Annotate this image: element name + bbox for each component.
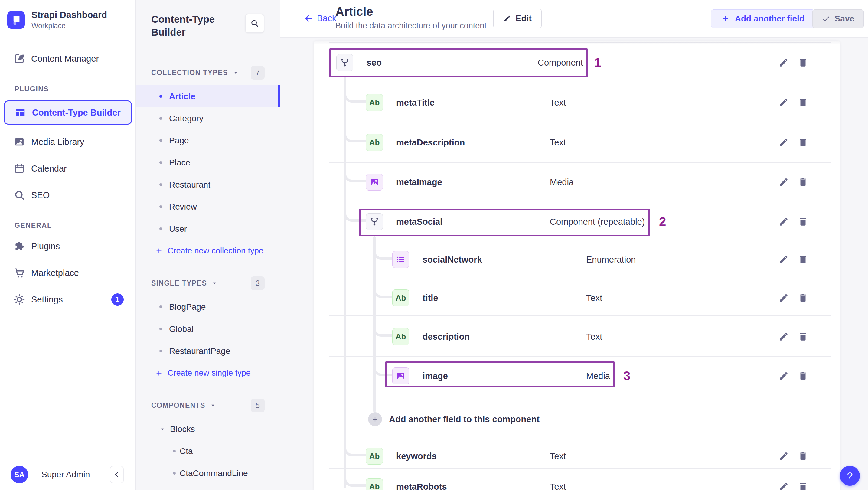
avatar[interactable]: SA: [10, 466, 28, 483]
list-header-collection-types[interactable]: COLLECTION TYPES7: [151, 65, 265, 81]
search-button[interactable]: [245, 14, 264, 33]
sidebar-item-global[interactable]: Global: [136, 318, 280, 340]
sidebar-item-content-manager[interactable]: Content Manager: [0, 49, 135, 68]
tree-curve-icon: [344, 444, 366, 456]
sidebar-item-content-type-builder[interactable]: Content-Type Builder: [4, 100, 132, 125]
list-item-label: Article: [169, 92, 195, 101]
back-link[interactable]: Back: [304, 13, 336, 23]
add-field-to-component-button[interactable]: Add another field to this component: [314, 400, 840, 439]
edit-field-button[interactable]: [778, 97, 789, 108]
bullet-icon: [159, 306, 162, 308]
bullet-icon: [173, 450, 176, 453]
sidebar-item-blogpage[interactable]: BlogPage: [136, 296, 280, 318]
create-link[interactable]: Create new single type: [136, 362, 280, 384]
field-name: description: [423, 332, 470, 342]
edit-field-button[interactable]: [778, 177, 789, 187]
edit-field-button[interactable]: [778, 332, 789, 342]
add-another-field-button[interactable]: Add another field: [711, 9, 814, 28]
nav-section-label: GENERAL: [0, 221, 135, 229]
list-item-label: Cta: [180, 447, 193, 456]
save-button[interactable]: Save: [812, 9, 864, 28]
list-header-label: COLLECTION TYPES: [151, 69, 228, 77]
edit-field-button[interactable]: [778, 137, 789, 148]
field-type: Enumeration: [586, 255, 636, 265]
delete-field-button[interactable]: [798, 97, 808, 108]
sidebar-item-review[interactable]: Review: [136, 196, 280, 218]
delete-field-button[interactable]: [798, 293, 808, 303]
notification-badge: 1: [111, 294, 124, 306]
sidebar-item-label: SEO: [31, 190, 50, 200]
sidebar-item-user[interactable]: User: [136, 218, 280, 240]
delete-field-button[interactable]: [798, 58, 808, 68]
edit-field-button[interactable]: [778, 254, 789, 265]
edit-field-button[interactable]: [778, 451, 789, 461]
list-item-label: User: [169, 224, 187, 234]
edit-field-button[interactable]: [778, 58, 789, 68]
delete-field-button[interactable]: [798, 254, 808, 265]
field-row-metaTitle: AbmetaTitleText: [314, 83, 840, 122]
delete-field-button[interactable]: [798, 451, 808, 461]
tree-curve-icon: [344, 170, 366, 182]
create-link[interactable]: Create new collection type: [136, 240, 280, 262]
edit-field-button[interactable]: [778, 217, 789, 227]
field-name: image: [423, 371, 448, 381]
sidebar-item-restaurant[interactable]: Restaurant: [136, 174, 280, 196]
delete-field-button[interactable]: [798, 332, 808, 342]
sidebar-item-faq[interactable]: Faq: [136, 484, 280, 490]
sidebar-item-cta[interactable]: Cta: [136, 440, 280, 462]
delete-field-button[interactable]: [798, 371, 808, 381]
list-item-label: Category: [169, 114, 204, 123]
type-lists: COLLECTION TYPES7ArticleCategoryPagePlac…: [136, 65, 280, 490]
collapse-sidebar-button[interactable]: [110, 466, 124, 483]
sidebar-item-page[interactable]: Page: [136, 129, 280, 152]
delete-field-button[interactable]: [798, 177, 808, 187]
field-type: Component: [538, 58, 583, 68]
field-name: socialNetwork: [423, 255, 482, 265]
delete-field-button[interactable]: [798, 482, 808, 490]
check-icon: [822, 14, 830, 23]
edit-field-button[interactable]: [778, 371, 789, 381]
list-item-label: RestaurantPage: [169, 346, 230, 356]
sidebar-item-article[interactable]: Article: [136, 85, 280, 108]
picture-icon: [13, 136, 25, 148]
delete-field-button[interactable]: [798, 137, 808, 148]
add-field-label: Add another field: [735, 14, 805, 24]
edit-field-button[interactable]: [778, 482, 789, 490]
count-badge: 5: [251, 399, 265, 412]
sidebar-item-restaurantpage[interactable]: RestaurantPage: [136, 340, 280, 362]
list-item-label: Review: [169, 202, 197, 212]
main-navigation: Content ManagerPLUGINSContent-Type Build…: [0, 40, 135, 309]
sidebar-item-marketplace[interactable]: Marketplace: [0, 264, 135, 282]
sidebar-item-ctacommandline[interactable]: CtaCommandLine: [136, 462, 280, 484]
arrow-left-icon: [304, 13, 313, 23]
field-name: metaSocial: [396, 217, 442, 227]
sidebar-item-plugins[interactable]: Plugins: [0, 237, 135, 255]
workspace-switcher[interactable]: Strapi Dashboard Workplace: [0, 0, 135, 40]
sidebar-item-category[interactable]: Category: [136, 108, 280, 129]
field-type: Text: [550, 482, 566, 490]
bullet-icon: [159, 328, 162, 330]
sidebar-item-place[interactable]: Place: [136, 152, 280, 174]
delete-field-button[interactable]: [798, 217, 808, 227]
nav-section-label: PLUGINS: [0, 85, 135, 93]
bullet-icon: [159, 205, 162, 208]
sidebar-item-seo[interactable]: SEO: [0, 186, 135, 205]
component-group-blocks[interactable]: Blocks: [136, 418, 280, 440]
bullet-icon: [173, 472, 176, 474]
list-header-label: SINGLE TYPES: [151, 279, 207, 287]
help-button[interactable]: ?: [840, 466, 860, 486]
list-header-single-types[interactable]: SINGLE TYPES3: [151, 275, 265, 291]
edit-label: Edit: [516, 13, 532, 23]
list-header-components[interactable]: COMPONENTS5: [151, 397, 265, 413]
edit-button[interactable]: Edit: [493, 9, 542, 28]
group-label: Blocks: [170, 424, 195, 434]
sidebar-item-media-library[interactable]: Media Library: [0, 132, 135, 151]
sidebar-item-settings[interactable]: Settings1: [0, 290, 135, 309]
page-subtitle: Build the data architecture of your cont…: [335, 21, 487, 31]
edit-field-button[interactable]: [778, 293, 789, 303]
sidebar-item-label: Media Library: [31, 137, 84, 147]
sidebar-item-calendar[interactable]: Calendar: [0, 159, 135, 178]
back-label: Back: [317, 13, 336, 23]
field-name: metaDescription: [396, 137, 465, 148]
field-row-seo: seoComponent: [314, 43, 840, 82]
